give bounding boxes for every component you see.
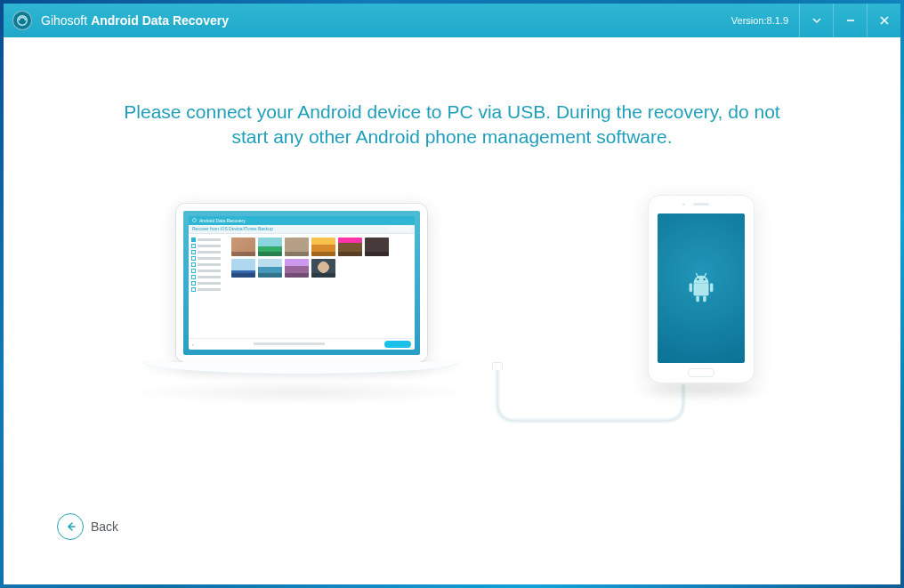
connect-illustration: Android Data Recovery Recover from iOS D… xyxy=(96,204,808,462)
svg-rect-4 xyxy=(710,283,714,292)
svg-point-9 xyxy=(697,278,698,280)
dropdown-button[interactable] xyxy=(799,4,833,37)
svg-point-10 xyxy=(703,278,705,280)
laptop-graphic: Android Data Recovery Recover from iOS D… xyxy=(176,204,427,362)
titlebar: Gihosoft Android Data Recovery Version:8… xyxy=(4,4,900,37)
svg-rect-3 xyxy=(690,283,693,292)
product-name: Android Data Recovery xyxy=(91,13,229,28)
usb-plug xyxy=(492,362,503,370)
svg-rect-2 xyxy=(694,283,709,295)
android-icon xyxy=(686,270,716,306)
svg-rect-6 xyxy=(703,295,706,302)
app-logo xyxy=(12,11,32,30)
version-text: Version:8.1.9 xyxy=(731,15,788,26)
brand-name: Gihosoft xyxy=(41,13,87,28)
instruction-text: Please connect your Android device to PC… xyxy=(4,37,900,159)
back-arrow-icon xyxy=(57,513,84,540)
minimize-button[interactable] xyxy=(833,4,867,37)
phone-graphic xyxy=(648,195,755,383)
close-button[interactable] xyxy=(867,4,900,37)
back-button[interactable]: Back xyxy=(57,513,118,540)
mini-title: Android Data Recovery xyxy=(199,218,246,223)
svg-line-7 xyxy=(696,273,698,277)
back-label: Back xyxy=(91,520,118,534)
svg-rect-5 xyxy=(696,295,699,302)
mini-subtitle: Recover from iOS Device/iTunes Backup xyxy=(192,226,273,231)
svg-line-8 xyxy=(705,273,706,277)
main-content: Please connect your Android device to PC… xyxy=(4,37,900,584)
